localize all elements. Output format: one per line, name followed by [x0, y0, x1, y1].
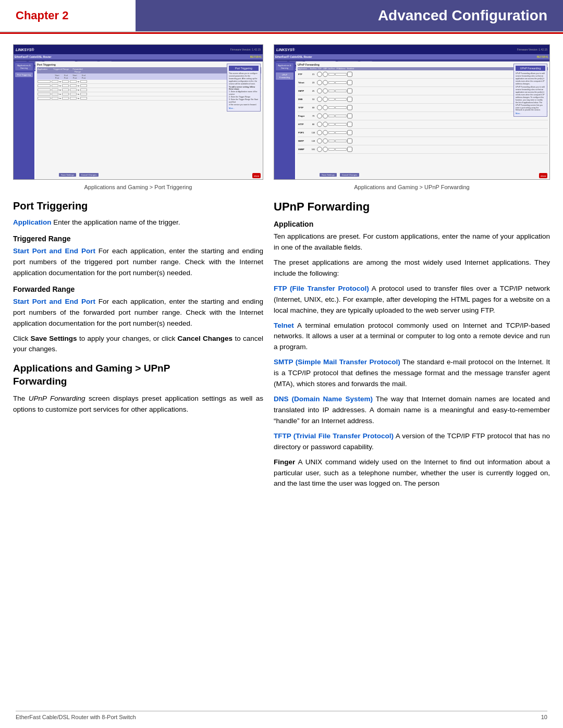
ftp-tcp[interactable] — [317, 71, 322, 78]
smtp-ep: 25 — [310, 90, 316, 92]
ep2-input5[interactable] — [80, 97, 87, 100]
finger-ip1[interactable] — [328, 115, 335, 117]
table-rows-right: FTP 21 Telnet 23 — [298, 70, 548, 154]
ep-input2[interactable] — [62, 84, 69, 87]
nntp-ip1[interactable] — [328, 140, 335, 142]
table-row-r: POP3 110 — [298, 129, 548, 137]
to-label: to — [59, 81, 61, 83]
ftp-udp[interactable] — [323, 71, 328, 78]
sp-input5[interactable] — [52, 97, 58, 100]
http-udp[interactable] — [323, 121, 328, 128]
http-tcp[interactable] — [317, 121, 322, 128]
to-label7: to — [59, 93, 61, 95]
pop3-udp[interactable] — [323, 129, 328, 136]
telnet-udp[interactable] — [323, 79, 328, 86]
ep-input[interactable] — [62, 80, 69, 83]
telnet-enabled[interactable] — [347, 79, 352, 86]
dns-enabled[interactable] — [347, 96, 352, 103]
tftp-ip[interactable] — [335, 106, 347, 109]
nntp-udp[interactable] — [323, 138, 328, 144]
dns-ip[interactable] — [335, 98, 347, 101]
finger-enabled[interactable] — [347, 113, 352, 119]
snmp-enabled[interactable] — [347, 146, 352, 153]
tftp-ip1[interactable] — [328, 106, 335, 109]
cancel-btn-left[interactable]: Cancel Changes — [79, 173, 99, 177]
app-input4[interactable] — [38, 93, 51, 95]
app-input3[interactable] — [38, 89, 51, 91]
nntp-ip[interactable] — [335, 140, 347, 142]
chapter-label-area: Chapter 2 — [0, 0, 136, 31]
ftp-ip[interactable] — [335, 73, 347, 76]
snmp-tcp[interactable] — [317, 146, 322, 153]
nntp-enabled[interactable] — [347, 138, 352, 144]
http-ip1[interactable] — [328, 123, 335, 126]
smtp-ip1[interactable] — [328, 90, 335, 92]
pop3-enabled[interactable] — [347, 129, 352, 136]
smtp-udp[interactable] — [323, 88, 328, 94]
telnet-ip1[interactable] — [328, 81, 335, 84]
ep2-input3[interactable] — [80, 89, 87, 91]
ep2-input[interactable] — [80, 80, 87, 83]
app-ftp: FTP — [298, 73, 310, 76]
pop3-ip1[interactable] — [328, 131, 335, 134]
sp2-input5[interactable] — [70, 97, 77, 100]
pop3-tcp[interactable] — [317, 129, 322, 136]
dns-udp[interactable] — [323, 96, 328, 103]
app-http: HTTP — [298, 123, 310, 126]
nntp-tcp[interactable] — [317, 138, 322, 144]
firmware-version-right: Firmware Version: 1.42.15 — [517, 48, 547, 51]
smtp-ip[interactable] — [335, 90, 347, 92]
router-sidebar-right: Applications & Gaming UPnP Forwarding — [274, 61, 295, 179]
http-ip[interactable] — [335, 123, 347, 126]
ftp-enabled[interactable] — [347, 71, 352, 78]
finger-ip[interactable] — [335, 115, 347, 117]
ep-input3[interactable] — [62, 89, 69, 91]
tftp-enabled[interactable] — [347, 104, 352, 111]
snmp-udp[interactable] — [323, 146, 328, 153]
ep2-input4[interactable] — [80, 93, 87, 95]
sp-input[interactable] — [52, 80, 58, 83]
sp2-input4[interactable] — [70, 93, 77, 95]
snmp-ip1[interactable] — [328, 148, 335, 151]
ep2-input2[interactable] — [80, 84, 87, 87]
sp2-input2[interactable] — [70, 84, 77, 87]
tftp-tcp[interactable] — [317, 104, 322, 111]
finger-udp[interactable] — [323, 113, 328, 119]
dns-ep: 53 — [310, 98, 316, 101]
th-application: Application — [38, 68, 52, 73]
sp-input4[interactable] — [52, 93, 58, 95]
app-input5[interactable] — [38, 97, 51, 100]
telnet-tcp[interactable] — [317, 79, 322, 86]
http-enabled[interactable] — [347, 121, 352, 128]
port-triggering-screenshot: LINKSYS® Firmware Version: 1.42.15 Ether… — [13, 44, 263, 180]
sp2-input3[interactable] — [70, 89, 77, 91]
app-tftp: TFTP — [298, 106, 310, 109]
ftp-ip1[interactable] — [328, 73, 335, 76]
tftp-ep: 69 — [310, 106, 316, 109]
sp-input3[interactable] — [52, 89, 58, 91]
sp-input2[interactable] — [52, 84, 58, 87]
finger-tcp[interactable] — [317, 113, 322, 119]
snmp-ip[interactable] — [335, 148, 347, 151]
app-input[interactable] — [38, 80, 51, 83]
save-btn-left[interactable]: Save Settings — [59, 173, 76, 177]
ep-input5[interactable] — [62, 97, 69, 100]
dns-ip1[interactable] — [328, 98, 335, 101]
sp2-input[interactable] — [70, 80, 77, 83]
router-ui-right: LINKSYS® Firmware Version: 1.42.15 Ether… — [274, 45, 549, 179]
tftp-udp[interactable] — [323, 104, 328, 111]
app-smtp: SMTP — [298, 90, 310, 92]
th-tcp: TCP — [317, 68, 322, 70]
smtp-tcp[interactable] — [317, 88, 322, 94]
telnet-ip[interactable] — [335, 81, 347, 84]
save-btn-right[interactable]: Save Settings — [320, 173, 337, 177]
ep-input4[interactable] — [62, 93, 69, 95]
pop3-ip[interactable] — [335, 131, 347, 134]
smtp-enabled[interactable] — [347, 88, 352, 94]
ftp-ep: 21 — [310, 73, 316, 76]
cancel-btn-right[interactable]: Cancel Changes — [340, 173, 360, 177]
th-forwarded: Forwarded Range — [70, 68, 85, 73]
popup-add-title: To add a server setting, follow these st… — [229, 86, 259, 90]
dns-tcp[interactable] — [317, 96, 322, 103]
app-input2[interactable] — [38, 84, 51, 87]
